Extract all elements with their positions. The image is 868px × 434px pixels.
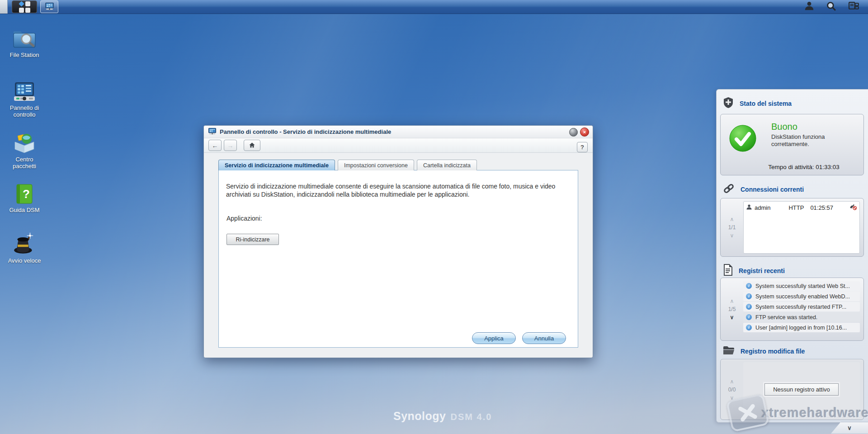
desktop-icon-label: Pannello di controllo [5,105,44,118]
connections-list: admin HTTP 01:25:57 [743,201,860,254]
info-icon: i [746,325,752,330]
desktop-icon-label: Guida DSM [5,207,44,214]
info-icon: i [746,304,752,310]
applications-label: Applicazioni: [226,215,262,222]
back-button[interactable]: ← [208,140,222,151]
page-down-icon[interactable]: ∨ [730,233,734,238]
no-active-log-message: Nessun registro attivo [764,383,839,396]
search-icon [826,1,836,13]
status-ok-icon [729,124,757,154]
desktop-icon-quick-start[interactable]: Avvio veloce [0,231,49,264]
recent-logs-header: Registri recenti [723,264,785,278]
log-row[interactable]: iSystem successfully restarted FTP... [743,302,860,311]
page-down-icon[interactable]: ∨ [730,315,734,320]
user-account-button[interactable] [805,1,814,12]
connections-header: Connessioni correnti [723,183,804,196]
tab-indexed-folder[interactable]: Cartella indicizzata [417,160,477,170]
forward-button[interactable]: → [224,140,237,151]
connections-pager: ∧ 1/1 ∨ [721,198,743,256]
taskbar [0,0,868,14]
window-toolbar: ← → [204,138,593,153]
status-value: Buono [771,122,797,132]
info-icon: i [746,293,752,299]
taskbar-control-panel-button[interactable] [40,0,58,13]
chevron-down-icon: ∨ [847,425,852,431]
window-titlebar[interactable]: Pannello di controllo - Servizio di indi… [204,126,593,138]
page-up-icon[interactable]: ∧ [730,298,734,304]
page-up-icon[interactable]: ∧ [730,217,734,222]
connection-protocol: HTTP [788,204,804,211]
tab-label: Servizio di indicizzazione multimediale [225,162,329,169]
document-icon [723,264,733,278]
desktop-icon-label: File Station [5,52,44,59]
log-row[interactable]: iSystem successfully started Web St... [743,281,860,291]
file-log-box: ∧ 0/0 ∨ Nessun registro attivo [720,359,864,420]
log-list: iSystem successfully started Web St... i… [743,281,860,337]
pilot-view-button[interactable] [849,2,859,12]
forward-arrow-icon: → [227,142,234,149]
desktop-icon-control-panel[interactable]: Pannello di controllo [0,78,49,118]
log-row[interactable]: iUser [admin] logged in from [10.16... [743,323,860,332]
uptime-text: Tempo di attività: 01:33:03 [748,164,860,170]
user-icon [805,1,814,12]
log-row[interactable]: iFTP service was started. [743,312,860,322]
connection-time: 01:25:57 [810,204,833,211]
cancel-button[interactable]: Annulla [522,332,566,344]
service-description: Servizio di indicizzazione multimediale … [219,170,578,198]
main-menu-button[interactable] [12,0,37,13]
pager-label: 0/0 [728,387,736,393]
system-status-header: Stato del sistema [723,97,792,110]
widget-title: Stato del sistema [740,100,792,107]
desktop-icon-file-station[interactable]: File Station [0,25,49,59]
brand-name: Synology [393,410,446,423]
close-button[interactable]: × [580,127,589,137]
file-log-list: Nessun registro attivo [743,362,860,417]
help-icon: ? [580,144,584,151]
pager-label: 1/1 [728,224,736,231]
log-text: FTP service was started. [755,314,817,321]
back-arrow-icon: ← [212,142,218,149]
file-station-icon [0,25,49,50]
desktop-icon-package-center[interactable]: Centro pacchetti [0,129,49,170]
log-text: User [admin] logged in from [10.16... [755,325,847,331]
desktop-icon-dsm-help[interactable]: ? Guida DSM [0,180,49,214]
logs-pager: ∧ 1/5 ∨ [721,278,743,340]
help-button[interactable]: ? [577,142,588,152]
info-icon: i [746,314,752,320]
log-text: System successfully started Web St... [755,283,850,289]
quick-start-icon [0,231,49,256]
tab-media-indexing-service[interactable]: Servizio di indicizzazione multimediale [218,160,335,170]
widget-title: Registro modifica file [741,348,805,355]
file-log-pager: ∧ 0/0 ∨ [721,359,743,420]
search-button[interactable] [826,1,836,13]
page-up-icon[interactable]: ∧ [730,379,734,384]
folder-icon [723,345,735,357]
dsm-branding: Synology DSM 4.0 [393,410,492,423]
reindex-button[interactable]: Ri-indicizzare [226,234,279,245]
connection-row[interactable]: admin HTTP 01:25:57 [744,202,859,213]
disconnect-icon[interactable] [849,203,857,212]
show-desktop-button[interactable] [0,0,8,14]
widget-title: Registri recenti [739,267,785,274]
log-row[interactable]: iSystem successfully enabled WebD... [743,292,860,301]
tab-label: Impostazioni conversione [344,162,408,169]
shield-icon [723,97,734,110]
pager-label: 1/5 [728,306,736,312]
desktop-icon-label: Avvio veloce [5,258,44,264]
tab-strip: Servizio di indicizzazione multimediale … [218,160,477,170]
close-icon: × [583,130,586,135]
info-icon: i [746,283,752,289]
home-button[interactable] [244,140,260,151]
widget-panel: Stato del sistema Buono DiskStation funz… [716,89,868,423]
tab-conversion-settings[interactable]: Impostazioni conversione [338,160,414,170]
user-mini-icon [746,204,752,211]
control-panel-icon [0,78,49,103]
brand-version: DSM 4.0 [451,412,492,422]
svg-text:?: ? [23,187,30,201]
minimize-button[interactable] [569,128,578,137]
tab-label: Cartella indicizzata [423,162,471,169]
page-down-icon[interactable]: ∨ [730,395,734,401]
apply-button[interactable]: Applica [472,332,516,344]
log-text: System successfully restarted FTP... [755,304,846,310]
file-log-header: Registro modifica file [723,345,805,357]
